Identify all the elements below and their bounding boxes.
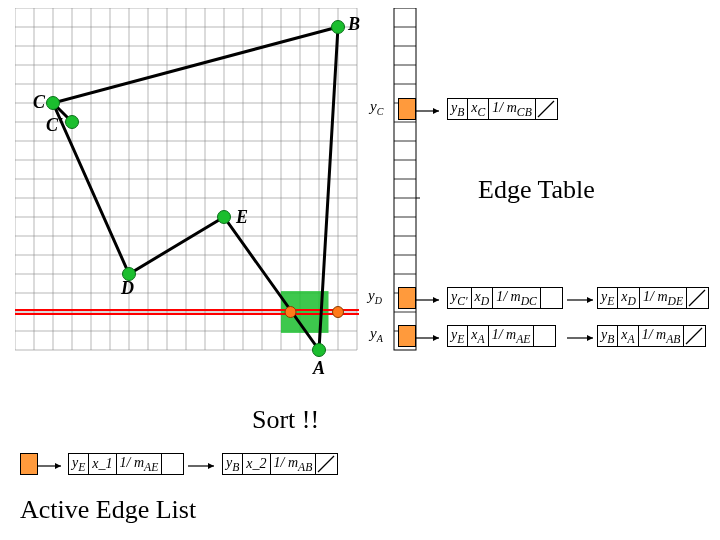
svg-point-43 [333,307,344,318]
svg-marker-76 [433,108,439,114]
svg-text:D: D [120,278,134,298]
svg-point-42 [285,307,296,318]
et-row-label-yA: yA [370,325,383,344]
arrow-icon [37,461,67,471]
et-node: yBxC1/ mCB [447,98,558,120]
et-node: yBxA1/ mAB [597,325,706,347]
et-bucket-yA [398,325,416,347]
svg-point-45 [47,97,60,110]
svg-marker-91 [208,463,214,469]
et-node: yC'xD1/ mDC [447,287,563,309]
et-node: yExD1/ mDE [597,287,709,309]
et-row-label-yD: yD [368,287,382,306]
svg-marker-78 [433,297,439,303]
svg-marker-85 [587,297,593,303]
arrow-icon [415,333,445,343]
ael-node: yBx_21/ mAB [222,453,338,475]
arrow-icon [567,295,599,305]
svg-marker-89 [55,463,61,469]
svg-text:C: C [33,92,46,112]
et-node: yExA1/ mAE [447,325,556,347]
et-row-label-yC: yC [370,98,383,117]
arrow-icon [415,295,445,305]
svg-text:B: B [347,14,360,34]
ael-head [20,453,38,475]
svg-text:C': C' [46,115,63,135]
svg-point-46 [66,116,79,129]
arrow-icon [415,106,445,116]
svg-point-49 [313,344,326,357]
svg-line-83 [686,328,702,344]
arrow-icon [188,461,220,471]
svg-line-81 [538,101,554,117]
svg-line-82 [689,290,705,306]
svg-marker-87 [587,335,593,341]
svg-line-92 [318,456,334,472]
edge-table-label: Edge Table [478,175,595,205]
svg-marker-80 [433,335,439,341]
et-bucket-yD [398,287,416,309]
svg-text:A: A [312,358,325,378]
svg-point-44 [332,21,345,34]
sort-label: Sort !! [252,405,319,435]
ael-node: yEx_11/ mAE [68,453,184,475]
active-edge-list-label: Active Edge List [20,495,196,525]
svg-text:E: E [235,207,248,227]
arrow-icon [567,333,599,343]
et-bucket-yC [398,98,416,120]
svg-point-48 [218,211,231,224]
polygon-grid: BCC'DEA [15,8,377,394]
